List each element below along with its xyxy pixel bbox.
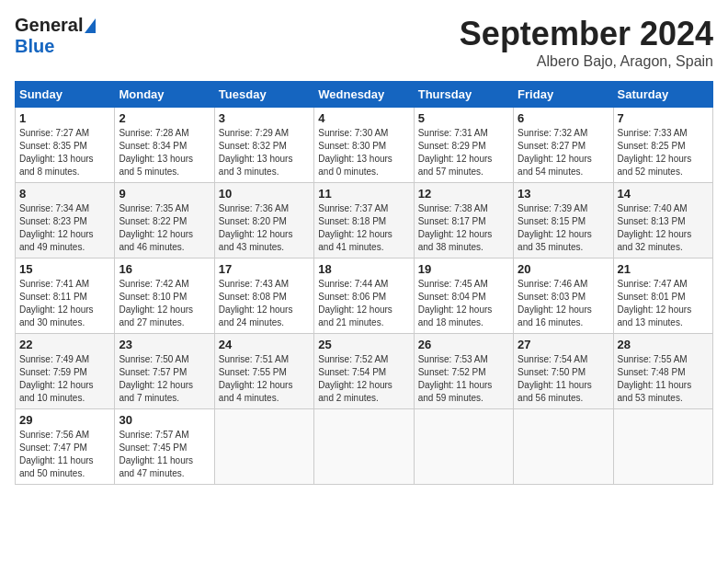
day-info: Sunrise: 7:46 AMSunset: 8:03 PMDaylight:… [518,278,609,329]
calendar-cell: 17Sunrise: 7:43 AMSunset: 8:08 PMDayligh… [214,259,313,334]
day-info: Sunrise: 7:36 AMSunset: 8:20 PMDaylight:… [219,202,310,254]
calendar-cell: 7Sunrise: 7:33 AMSunset: 8:25 PMDaylight… [613,108,712,183]
day-info: Sunrise: 7:42 AMSunset: 8:10 PMDaylight:… [119,278,210,329]
calendar-cell: 19Sunrise: 7:45 AMSunset: 8:04 PMDayligh… [414,259,513,334]
day-info: Sunrise: 7:32 AMSunset: 8:27 PMDaylight:… [518,127,609,178]
day-info: Sunrise: 7:49 AMSunset: 7:59 PMDaylight:… [19,353,110,405]
day-number: 24 [219,338,310,351]
calendar-cell: 8Sunrise: 7:34 AMSunset: 8:23 PMDaylight… [16,183,115,259]
day-info: Sunrise: 7:54 AMSunset: 7:50 PMDaylight:… [518,353,609,405]
day-info: Sunrise: 7:41 AMSunset: 8:11 PMDaylight:… [19,278,110,329]
day-info: Sunrise: 7:39 AMSunset: 8:15 PMDaylight:… [518,202,609,254]
day-number: 1 [19,111,110,125]
calendar-cell: 14Sunrise: 7:40 AMSunset: 8:13 PMDayligh… [613,183,712,259]
day-number: 26 [418,338,509,351]
day-number: 14 [618,187,709,201]
calendar-cell [514,409,613,485]
calendar-cell [314,409,414,485]
calendar-cell: 26Sunrise: 7:53 AMSunset: 7:52 PMDayligh… [414,334,513,409]
header-wednesday: Wednesday [314,82,414,108]
calendar-cell: 2Sunrise: 7:28 AMSunset: 8:34 PMDaylight… [115,108,214,183]
day-number: 12 [418,187,509,201]
day-info: Sunrise: 7:47 AMSunset: 8:01 PMDaylight:… [618,278,709,329]
day-number: 17 [219,262,310,276]
calendar-cell: 1Sunrise: 7:27 AMSunset: 8:35 PMDaylight… [16,108,115,183]
logo-text-general: General [15,15,83,36]
day-number: 13 [518,187,609,201]
day-info: Sunrise: 7:45 AMSunset: 8:04 PMDaylight:… [418,278,509,329]
day-number: 23 [119,338,210,351]
logo-text-blue: Blue [15,36,54,56]
day-info: Sunrise: 7:37 AMSunset: 8:18 PMDaylight:… [318,202,409,254]
month-title: September 2024 [460,15,713,53]
day-info: Sunrise: 7:57 AMSunset: 7:45 PMDaylight:… [119,429,210,480]
calendar-cell: 11Sunrise: 7:37 AMSunset: 8:18 PMDayligh… [314,183,414,259]
logo: General Blue [15,15,96,57]
header-tuesday: Tuesday [214,82,313,108]
calendar-row: 29Sunrise: 7:56 AMSunset: 7:47 PMDayligh… [16,409,713,485]
location-title: Albero Bajo, Aragon, Spain [460,53,713,70]
calendar-row: 8Sunrise: 7:34 AMSunset: 8:23 PMDaylight… [16,183,713,259]
header-thursday: Thursday [414,82,513,108]
day-number: 6 [518,111,609,125]
day-info: Sunrise: 7:28 AMSunset: 8:34 PMDaylight:… [119,127,210,178]
header-row: Sunday Monday Tuesday Wednesday Thursday… [16,82,713,108]
calendar-row: 1Sunrise: 7:27 AMSunset: 8:35 PMDaylight… [16,108,713,183]
day-info: Sunrise: 7:31 AMSunset: 8:29 PMDaylight:… [418,127,509,178]
calendar-cell: 15Sunrise: 7:41 AMSunset: 8:11 PMDayligh… [16,259,115,334]
day-number: 25 [318,338,409,351]
calendar-row: 22Sunrise: 7:49 AMSunset: 7:59 PMDayligh… [16,334,713,409]
day-number: 10 [219,187,310,201]
day-number: 22 [19,338,110,351]
day-number: 29 [19,413,110,427]
calendar-cell [613,409,712,485]
calendar-cell [214,409,313,485]
calendar-cell: 30Sunrise: 7:57 AMSunset: 7:45 PMDayligh… [115,409,214,485]
day-info: Sunrise: 7:50 AMSunset: 7:57 PMDaylight:… [119,353,210,405]
day-number: 18 [318,262,409,276]
header-saturday: Saturday [613,82,712,108]
title-area: September 2024 Albero Bajo, Aragon, Spai… [460,15,713,70]
day-number: 19 [418,262,509,276]
calendar-cell [414,409,513,485]
calendar-cell: 23Sunrise: 7:50 AMSunset: 7:57 PMDayligh… [115,334,214,409]
calendar-cell: 3Sunrise: 7:29 AMSunset: 8:32 PMDaylight… [214,108,313,183]
calendar-cell: 4Sunrise: 7:30 AMSunset: 8:30 PMDaylight… [314,108,414,183]
day-info: Sunrise: 7:30 AMSunset: 8:30 PMDaylight:… [318,127,409,178]
day-info: Sunrise: 7:40 AMSunset: 8:13 PMDaylight:… [618,202,709,254]
calendar-cell: 5Sunrise: 7:31 AMSunset: 8:29 PMDaylight… [414,108,513,183]
day-number: 21 [618,262,709,276]
day-number: 15 [19,262,110,276]
calendar-cell: 29Sunrise: 7:56 AMSunset: 7:47 PMDayligh… [16,409,115,485]
calendar-cell: 20Sunrise: 7:46 AMSunset: 8:03 PMDayligh… [514,259,613,334]
calendar-cell: 10Sunrise: 7:36 AMSunset: 8:20 PMDayligh… [214,183,313,259]
day-info: Sunrise: 7:27 AMSunset: 8:35 PMDaylight:… [19,127,110,178]
calendar-cell: 9Sunrise: 7:35 AMSunset: 8:22 PMDaylight… [115,183,214,259]
day-number: 4 [318,111,409,125]
calendar-cell: 12Sunrise: 7:38 AMSunset: 8:17 PMDayligh… [414,183,513,259]
day-number: 5 [418,111,509,125]
calendar-cell: 24Sunrise: 7:51 AMSunset: 7:55 PMDayligh… [214,334,313,409]
calendar-cell: 6Sunrise: 7:32 AMSunset: 8:27 PMDaylight… [514,108,613,183]
day-number: 16 [119,262,210,276]
day-number: 11 [318,187,409,201]
day-number: 2 [119,111,210,125]
calendar-cell: 18Sunrise: 7:44 AMSunset: 8:06 PMDayligh… [314,259,414,334]
header-friday: Friday [514,82,613,108]
day-number: 28 [618,338,709,351]
day-info: Sunrise: 7:35 AMSunset: 8:22 PMDaylight:… [119,202,210,254]
calendar-cell: 28Sunrise: 7:55 AMSunset: 7:48 PMDayligh… [613,334,712,409]
day-number: 30 [119,413,210,427]
calendar-cell: 21Sunrise: 7:47 AMSunset: 8:01 PMDayligh… [613,259,712,334]
header-monday: Monday [115,82,214,108]
day-number: 7 [618,111,709,125]
logo-triangle-icon [85,18,96,33]
calendar-row: 15Sunrise: 7:41 AMSunset: 8:11 PMDayligh… [16,259,713,334]
day-info: Sunrise: 7:34 AMSunset: 8:23 PMDaylight:… [19,202,110,254]
header-sunday: Sunday [16,82,115,108]
calendar-table: Sunday Monday Tuesday Wednesday Thursday… [15,81,713,485]
day-info: Sunrise: 7:43 AMSunset: 8:08 PMDaylight:… [219,278,310,329]
day-info: Sunrise: 7:52 AMSunset: 7:54 PMDaylight:… [318,353,409,405]
day-number: 20 [518,262,609,276]
day-info: Sunrise: 7:53 AMSunset: 7:52 PMDaylight:… [418,353,509,405]
